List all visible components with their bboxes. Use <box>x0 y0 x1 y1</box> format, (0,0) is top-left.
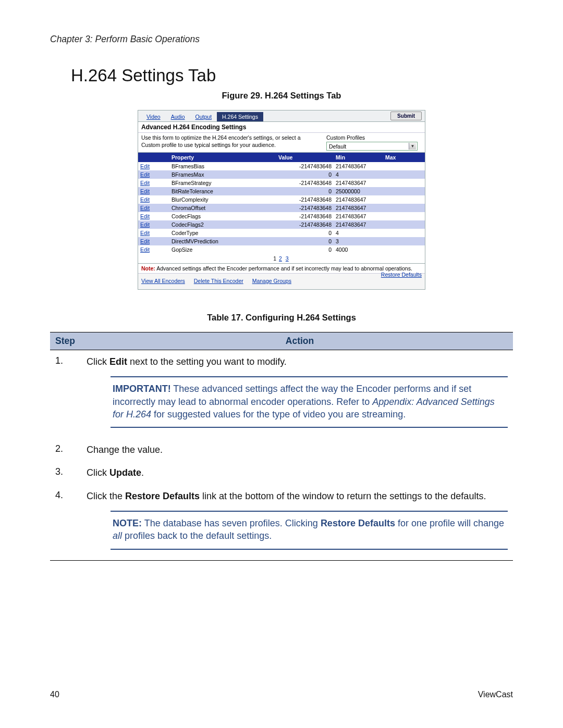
cell-max <box>383 179 425 187</box>
col-property: Property <box>169 153 276 162</box>
cell-max <box>383 162 425 170</box>
cell-min: 2147483647 <box>334 220 383 229</box>
edit-link[interactable]: Edit <box>140 230 150 236</box>
step-text: Click the <box>87 491 125 501</box>
edit-link[interactable]: Edit <box>140 205 150 211</box>
instruction-table: Step Action 1. Click Edit next to the se… <box>50 332 513 561</box>
custom-profiles-select[interactable]: Default ▼ <box>326 142 418 151</box>
note-label: Note: <box>141 265 155 272</box>
cell-min: 4 <box>334 229 383 237</box>
settings-table: Property Value Min Max EditBFramesBias-2… <box>138 153 425 254</box>
cell-property: BFrameStrategy <box>169 179 276 187</box>
cell-value: -2147483648 <box>276 162 334 170</box>
cell-min: 4 <box>334 170 383 179</box>
cell-property: CodecFlags2 <box>169 220 276 229</box>
page-footer: 40 ViewCast <box>50 690 513 699</box>
page-number: 40 <box>50 690 59 699</box>
cell-max <box>383 212 425 220</box>
cell-property: BitRateTolerance <box>169 187 276 195</box>
cell-property: BFramesBias <box>169 162 276 170</box>
cell-value: 0 <box>276 237 334 245</box>
edit-link[interactable]: Edit <box>140 246 150 253</box>
step-text: . <box>141 467 144 478</box>
important-text: for suggested values for the type of vid… <box>151 409 406 419</box>
cell-max <box>383 229 425 237</box>
chapter-line: Chapter 3: Perform Basic Operations <box>50 34 513 45</box>
note-text: Advanced settings affect the Encoder per… <box>156 265 412 272</box>
head-step: Step <box>50 332 87 350</box>
cell-value: 0 <box>276 229 334 237</box>
step-text: Change the value. <box>87 445 163 455</box>
pager-link-3[interactable]: 3 <box>286 255 289 262</box>
step-action: Change the value. <box>87 441 513 458</box>
step-action: Click the Restore Defaults link at the b… <box>87 488 513 557</box>
table-caption: Table 17. Configuring H.264 Settings <box>50 313 513 323</box>
edit-link[interactable]: Edit <box>140 213 150 219</box>
table-row: EditDirectMVPrediction03 <box>138 237 425 245</box>
restore-defaults-link[interactable]: Restore Defaults <box>381 272 422 278</box>
note-lead: NOTE: <box>113 518 142 528</box>
edit-link[interactable]: Edit <box>140 171 150 178</box>
panel-title: Advanced H.264 Encoding Settings <box>138 121 425 133</box>
cell-max <box>383 170 425 179</box>
instruction-row: 4. Click the Restore Defaults link at th… <box>50 485 513 560</box>
tab-output[interactable]: Output <box>190 112 217 121</box>
edit-link[interactable]: Edit <box>140 163 150 169</box>
table-row: EditChromaOffset-21474836482147483647 <box>138 204 425 212</box>
instruction-row: 3. Click Update. <box>50 461 513 484</box>
brand: ViewCast <box>478 690 513 699</box>
note-text: profiles back to the default settings. <box>122 530 272 541</box>
submit-button[interactable]: Submit <box>390 112 422 120</box>
tab-audio[interactable]: Audio <box>166 112 190 121</box>
step-action: Click Update. <box>87 464 513 481</box>
cell-min: 25000000 <box>334 187 383 195</box>
col-max: Max <box>383 153 425 162</box>
step-bold: Restore Defaults <box>125 491 200 501</box>
manage-groups-link[interactable]: Manage Groups <box>252 278 291 284</box>
pager-current: 1 <box>273 255 276 262</box>
cell-max <box>383 237 425 245</box>
step-text: next to the setting you want to modify. <box>127 356 287 367</box>
table-row: EditBFramesBias-21474836482147483647 <box>138 162 425 170</box>
cell-value: -2147483648 <box>276 212 334 220</box>
cell-min: 2147483647 <box>334 179 383 187</box>
note-row: Note: Advanced settings affect the Encod… <box>138 263 425 273</box>
step-action: Click Edit next to the setting you want … <box>87 353 513 435</box>
edit-link[interactable]: Edit <box>140 221 150 228</box>
delete-this-encoder-link[interactable]: Delete This Encoder <box>194 278 243 284</box>
edit-link[interactable]: Edit <box>140 238 150 244</box>
dropdown-arrow-icon: ▼ <box>409 143 416 150</box>
table-row: EditCodecFlags2-21474836482147483647 <box>138 220 425 229</box>
cell-max <box>383 195 425 204</box>
view-all-encoders-link[interactable]: View All Encoders <box>141 278 185 284</box>
tab-h264-settings[interactable]: H.264 Settings <box>217 112 263 121</box>
cell-value: -2147483648 <box>276 204 334 212</box>
table-row: EditBFrameStrategy-21474836482147483647 <box>138 179 425 187</box>
cell-max <box>383 187 425 195</box>
page-heading: H.264 Settings Tab <box>71 66 513 85</box>
cell-min: 2147483647 <box>334 195 383 204</box>
tab-video[interactable]: Video <box>141 112 166 121</box>
panel-top: Use this form to optimize the H.264 enco… <box>138 133 425 153</box>
note-italic: all <box>113 530 122 541</box>
cell-max <box>383 204 425 212</box>
cell-property: CoderType <box>169 229 276 237</box>
cell-property: BFramesMax <box>169 170 276 179</box>
note-callout: NOTE: The database has seven profiles. C… <box>111 511 508 550</box>
step-number: 2. <box>50 441 87 458</box>
edit-link[interactable]: Edit <box>140 196 150 203</box>
edit-link[interactable]: Edit <box>140 188 150 194</box>
table-row: EditBlurComplexity-21474836482147483647 <box>138 195 425 204</box>
step-number: 1. <box>50 353 87 435</box>
tab-bar: Video Audio Output H.264 Settings Submit <box>138 110 425 121</box>
cell-min: 2147483647 <box>334 204 383 212</box>
note-text: The database has seven profiles. Clickin… <box>142 518 321 528</box>
figure-caption: Figure 29. H.264 Settings Tab <box>50 91 513 101</box>
settings-screenshot: Video Audio Output H.264 Settings Submit… <box>138 110 425 290</box>
step-text: Click <box>87 467 109 478</box>
cell-min: 3 <box>334 237 383 245</box>
step-number: 4. <box>50 488 87 557</box>
cell-min: 4000 <box>334 245 383 254</box>
edit-link[interactable]: Edit <box>140 180 150 186</box>
pager-link-2[interactable]: 2 <box>279 255 282 262</box>
